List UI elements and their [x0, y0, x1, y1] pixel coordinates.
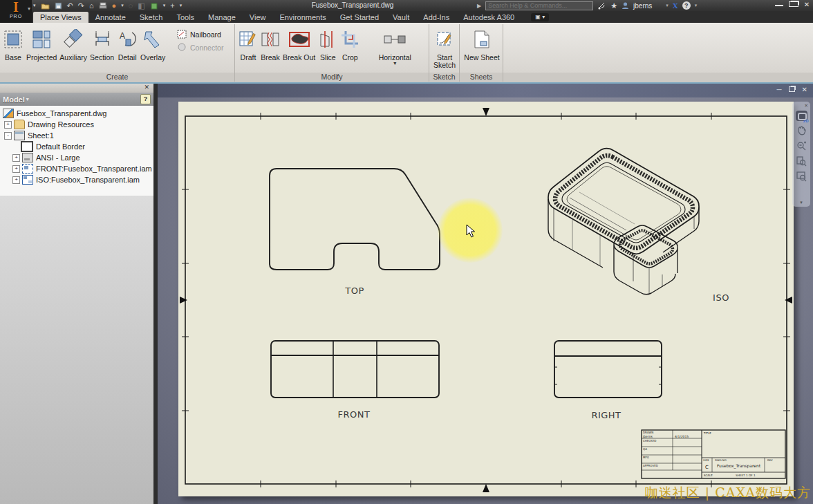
navbar-close-icon[interactable]: ✕ [804, 103, 808, 108]
auxiliary-button[interactable]: Auxiliary [58, 23, 88, 62]
tree-item-iso-view[interactable]: + ISO:Fusebox_Transparent.iam [0, 174, 153, 185]
expand-plus-icon[interactable]: + [12, 165, 20, 173]
add-icon[interactable]: + [170, 1, 174, 10]
zoom-button[interactable] [794, 139, 808, 153]
panel-label-modify[interactable]: Modify [235, 73, 429, 82]
tree-item-root[interactable]: Fusebox_Transparent.dwg [0, 108, 153, 119]
new-sheet-button[interactable]: New Sheet [461, 23, 503, 62]
open-icon[interactable] [41, 2, 50, 10]
expand-plus-icon[interactable]: + [12, 176, 20, 184]
panel-label-sketch[interactable]: Sketch [429, 73, 460, 82]
detail-icon: A [117, 25, 138, 54]
tab-sketch[interactable]: Sketch [133, 12, 170, 23]
break-out-button[interactable]: Break Out [281, 23, 317, 62]
panel-label-create[interactable]: Create [0, 73, 235, 82]
break-out-icon [288, 25, 310, 54]
material-caret-icon[interactable]: ▾ [163, 1, 166, 10]
base-button[interactable]: Base [1, 23, 25, 62]
tab-get-started[interactable]: Get Started [333, 12, 386, 23]
draft-button[interactable]: Draft [237, 23, 259, 62]
front-view-drawing[interactable] [271, 341, 439, 398]
svg-text:C: C [705, 465, 709, 470]
svg-text:SHEET 1 OF 1: SHEET 1 OF 1 [736, 474, 756, 477]
tab-tools[interactable]: Tools [169, 12, 201, 23]
ribbon-panel-labels: Create Modify Sketch Sheets [0, 73, 813, 84]
save-icon[interactable] [55, 2, 62, 10]
username[interactable]: jberns [633, 2, 652, 10]
communication-center-icon[interactable] [597, 1, 606, 10]
redo-icon[interactable]: ↷ [78, 1, 84, 10]
tree-item-sheet1[interactable]: - Sheet:1 [0, 130, 153, 141]
tab-manage[interactable]: Manage [201, 12, 243, 23]
right-view-drawing[interactable] [554, 341, 662, 398]
tab-view[interactable]: View [243, 12, 273, 23]
svg-text:QA: QA [643, 447, 647, 451]
drawing-sheet[interactable]: DRAWN jberns 4/1/2015 CHECKED QA MFG APP… [178, 102, 794, 496]
help-caret-icon[interactable]: ▾ [695, 3, 698, 8]
dwg-file-icon [3, 109, 14, 118]
tab-vault[interactable]: Vault [386, 12, 416, 23]
zoom-window-button[interactable] [794, 154, 808, 168]
slice-icon [318, 25, 337, 54]
tab-autodesk-a360[interactable]: Autodesk A360 [456, 12, 521, 23]
detail-button[interactable]: A Detail [115, 23, 139, 62]
browser-title-caret-icon[interactable]: ▾ [26, 96, 29, 102]
expand-plus-icon[interactable]: + [12, 154, 20, 162]
browser-title[interactable]: Model [3, 95, 25, 104]
qat-caret-icon[interactable]: ▾ [180, 1, 183, 10]
appearance-caret-icon[interactable]: ▾ [121, 1, 124, 10]
new-file-caret-icon[interactable]: ▾ [33, 1, 36, 10]
start-sketch-button[interactable]: Start Sketch [430, 23, 459, 69]
top-view-drawing[interactable] [270, 169, 440, 270]
tab-environments[interactable]: Environments [273, 12, 333, 23]
pan-button[interactable] [794, 124, 808, 138]
doc-restore-button[interactable] [789, 86, 795, 93]
undo-icon[interactable]: ↶ [67, 1, 73, 10]
front-view-icon [22, 164, 33, 174]
section-button[interactable]: Section [88, 23, 115, 62]
material-icon[interactable] [150, 2, 158, 10]
collapse-arrow-icon[interactable]: ▶ [477, 3, 481, 9]
minimize-button[interactable] [775, 1, 783, 8]
tab-place-views[interactable]: Place Views [33, 12, 88, 23]
tree-item-drawing-resources[interactable]: + Drawing Resources [0, 119, 153, 130]
svg-text:A: A [120, 31, 125, 41]
exchange-apps-icon[interactable]: X [673, 1, 678, 10]
screencast-camera-icon[interactable]: ▣ ▾ [531, 13, 549, 21]
break-button[interactable]: Break [259, 23, 281, 62]
doc-minimize-button[interactable]: ─ [777, 86, 782, 93]
document-window-strip [158, 84, 813, 97]
crop-button[interactable]: Crop [339, 23, 361, 62]
restore-button[interactable] [789, 1, 797, 8]
slice-button[interactable]: Slice [317, 23, 339, 62]
projected-button[interactable]: Projected [25, 23, 58, 62]
help-icon[interactable]: ? [682, 1, 691, 10]
home-icon[interactable]: ⌂ [89, 1, 94, 10]
close-button[interactable]: ✕ [803, 1, 811, 8]
browser-close-icon[interactable]: ✕ [144, 84, 149, 91]
zoom-all-button[interactable] [794, 169, 808, 183]
favorites-star-icon[interactable]: ★ [610, 1, 617, 10]
browser-help-button[interactable]: ? [140, 94, 151, 104]
overlay-button[interactable]: Overlay [139, 23, 167, 62]
tab-add-ins[interactable]: Add-Ins [416, 12, 456, 23]
user-caret-icon[interactable]: ▾ [666, 3, 669, 8]
navbar-more-icon[interactable]: ▾ [800, 200, 803, 205]
tree-item-ansi-large[interactable]: + ANSI - Large [0, 152, 153, 163]
drawing-canvas[interactable]: ─ ✕ [158, 84, 813, 504]
doc-close-button[interactable]: ✕ [802, 86, 807, 93]
search-input[interactable] [485, 1, 593, 10]
print-icon[interactable] [99, 2, 107, 10]
tab-annotate[interactable]: Annotate [88, 12, 133, 23]
tree-item-front-view[interactable]: + FRONT:Fusebox_Transparent.iam [0, 163, 153, 174]
application-menu-button[interactable]: I PRO ▾ [0, 0, 32, 23]
appearance-icon[interactable]: ● [112, 1, 117, 10]
iso-view-drawing[interactable] [548, 149, 699, 295]
steering-wheel-button[interactable]: 2D [794, 109, 808, 122]
tree-item-default-border[interactable]: Default Border [0, 141, 153, 152]
panel-label-sheets[interactable]: Sheets [460, 73, 503, 82]
horizontal-button[interactable]: Horizontal ▾ [372, 23, 418, 66]
nailboard-button[interactable]: Nailboard [177, 30, 223, 39]
collapse-minus-icon[interactable]: - [4, 132, 12, 140]
expand-plus-icon[interactable]: + [4, 121, 12, 129]
